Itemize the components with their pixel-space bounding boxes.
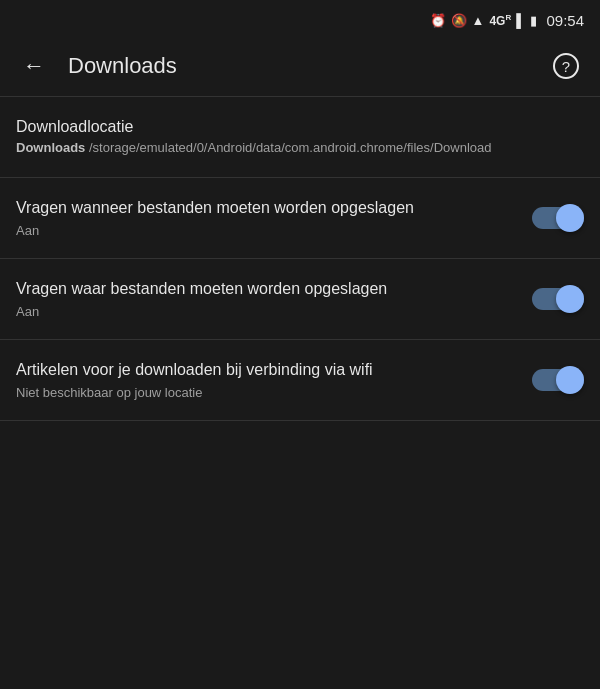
toggle-ask-where[interactable] — [532, 284, 584, 314]
settings-item-articles-wifi-title: Artikelen voor je downloaden bij verbind… — [16, 360, 520, 381]
settings-item-ask-where-content: Vragen waar bestanden moeten worden opge… — [16, 279, 532, 319]
back-button[interactable]: ← — [16, 48, 52, 84]
settings-item-ask-when[interactable]: Vragen wanneer bestanden moeten worden o… — [0, 178, 600, 258]
toggle-thumb — [556, 204, 584, 232]
subtitle-normal: /storage/emulated/0/Android/data/com.and… — [85, 140, 491, 155]
settings-item-content: Downloadlocatie Downloads /storage/emula… — [16, 117, 584, 158]
settings-item-articles-wifi-content: Artikelen voor je downloaden bij verbind… — [16, 360, 532, 400]
status-icons: ⏰ 🔕 ▲ 4GR ▌ ▮ 09:54 — [430, 12, 584, 29]
settings-item-ask-when-title: Vragen wanneer bestanden moeten worden o… — [16, 198, 520, 219]
mute-icon: 🔕 — [451, 13, 467, 28]
help-icon: ? — [553, 53, 579, 79]
toggle-ask-when[interactable] — [532, 203, 584, 233]
alarm-icon: ⏰ — [430, 13, 446, 28]
toggle-thumb-3 — [556, 366, 584, 394]
status-time: 09:54 — [546, 12, 584, 29]
status-bar: ⏰ 🔕 ▲ 4GR ▌ ▮ 09:54 — [0, 0, 600, 36]
signal-bars-icon: ▌ — [516, 13, 525, 28]
help-button[interactable]: ? — [548, 48, 584, 84]
divider-4 — [0, 420, 600, 421]
settings-item-ask-where-status: Aan — [16, 304, 520, 319]
settings-item-articles-wifi-status: Niet beschikbaar op jouw locatie — [16, 385, 520, 400]
toggle-articles-wifi[interactable] — [532, 365, 584, 395]
settings-item-articles-wifi[interactable]: Artikelen voor je downloaden bij verbind… — [0, 340, 600, 420]
back-arrow-icon: ← — [23, 53, 45, 79]
subtitle-bold: Downloads — [16, 140, 85, 155]
battery-icon: ▮ — [530, 13, 537, 28]
settings-item-title: Downloadlocatie — [16, 117, 572, 138]
settings-item-ask-where[interactable]: Vragen waar bestanden moeten worden opge… — [0, 259, 600, 339]
wifi-icon: ▲ — [472, 13, 485, 28]
page-title: Downloads — [68, 53, 548, 79]
toolbar: ← Downloads ? — [0, 36, 600, 96]
toggle-thumb-2 — [556, 285, 584, 313]
signal-text: 4GR — [489, 13, 511, 28]
settings-item-subtitle: Downloads /storage/emulated/0/Android/da… — [16, 139, 572, 157]
settings-item-ask-where-title: Vragen waar bestanden moeten worden opge… — [16, 279, 520, 300]
settings-item-ask-when-status: Aan — [16, 223, 520, 238]
settings-item-ask-when-content: Vragen wanneer bestanden moeten worden o… — [16, 198, 532, 238]
settings-item-download-location[interactable]: Downloadlocatie Downloads /storage/emula… — [0, 97, 600, 177]
